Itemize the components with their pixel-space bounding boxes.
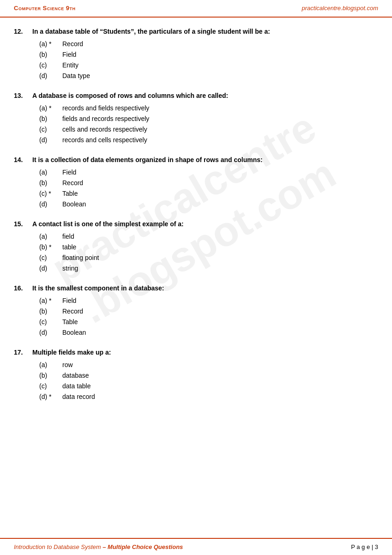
- question-line-2: 13.A database is composed of rows and co…: [14, 91, 378, 101]
- options-5: (a) *Field(b)Record(c)Table(d)Boolean: [39, 296, 378, 338]
- option-text-2-3: cells and records respectively: [62, 125, 378, 134]
- option-5-2: (b)Record: [39, 307, 378, 316]
- question-number-1: 12.: [14, 27, 32, 36]
- option-text-1-1: Record: [62, 39, 378, 49]
- option-5-4: (d)Boolean: [39, 328, 378, 338]
- option-label-3-4: (d): [39, 199, 62, 209]
- main-content: practicalcentre.blogspot.com 12.In a dat…: [0, 18, 392, 421]
- question-number-2: 13.: [14, 91, 32, 101]
- option-text-3-4: Boolean: [62, 199, 378, 209]
- option-1-4: (d)Data type: [39, 71, 378, 81]
- option-label-5-4: (d): [39, 328, 62, 338]
- options-6: (a)row(b)database(c)data table(d) *data …: [39, 360, 378, 402]
- option-text-6-2: database: [62, 371, 378, 380]
- footer-subject-plain: Introduction to Database System: [14, 543, 101, 550]
- option-label-5-1: (a) *: [39, 296, 62, 306]
- question-text-2: A database is composed of rows and colum…: [32, 91, 378, 101]
- option-label-4-3: (c): [39, 253, 62, 263]
- option-text-4-1: field: [62, 232, 378, 241]
- option-text-4-4: string: [62, 264, 378, 273]
- option-label-1-1: (a) *: [39, 39, 62, 49]
- option-text-4-3: floating point: [62, 253, 378, 263]
- option-3-2: (b)Record: [39, 178, 378, 188]
- questions-container: 12.In a database table of “Students”, th…: [14, 27, 378, 402]
- options-3: (a)Field(b)Record(c) *Table(d)Boolean: [39, 168, 378, 209]
- option-label-2-1: (a) *: [39, 103, 62, 113]
- option-text-1-4: Data type: [62, 71, 378, 81]
- option-text-5-2: Record: [62, 307, 378, 316]
- option-text-5-4: Boolean: [62, 328, 378, 338]
- question-line-3: 14.It is a collection of data elements o…: [14, 155, 378, 165]
- option-2-3: (c)cells and records respectively: [39, 125, 378, 134]
- option-text-3-2: Record: [62, 178, 378, 188]
- options-2: (a) *records and fields respectively(b)f…: [39, 103, 378, 145]
- option-text-6-1: row: [62, 360, 378, 370]
- option-label-1-4: (d): [39, 71, 62, 81]
- option-text-2-4: records and cells respectively: [62, 135, 378, 145]
- option-4-4: (d)string: [39, 264, 378, 273]
- page: Computer Science 9th practicalcentre.blo…: [0, 0, 392, 555]
- question-line-4: 15.A contact list is one of the simplest…: [14, 219, 378, 229]
- option-4-1: (a)field: [39, 232, 378, 241]
- option-text-2-1: records and fields respectively: [62, 103, 378, 113]
- option-6-2: (b)database: [39, 371, 378, 380]
- page-header: Computer Science 9th practicalcentre.blo…: [0, 0, 392, 18]
- question-line-6: 17.Multiple fields make up a:: [14, 348, 378, 357]
- question-4: 15.A contact list is one of the simplest…: [14, 219, 378, 273]
- question-text-1: In a database table of “Students”, the p…: [32, 27, 378, 36]
- option-2-4: (d)records and cells respectively: [39, 135, 378, 145]
- question-line-1: 12.In a database table of “Students”, th…: [14, 27, 378, 36]
- option-2-1: (a) *records and fields respectively: [39, 103, 378, 113]
- option-text-5-3: Table: [62, 317, 378, 327]
- option-5-3: (c)Table: [39, 317, 378, 327]
- option-label-3-1: (a): [39, 168, 62, 177]
- option-4-2: (b) *table: [39, 242, 378, 252]
- option-label-4-2: (b) *: [39, 242, 62, 252]
- option-3-1: (a)Field: [39, 168, 378, 177]
- option-1-2: (b)Field: [39, 50, 378, 60]
- question-6: 17.Multiple fields make up a:(a)row(b)da…: [14, 348, 378, 402]
- footer-page: P a g e | 3: [351, 543, 378, 552]
- header-title: Computer Science 9th: [14, 4, 76, 13]
- option-label-3-2: (b): [39, 178, 62, 188]
- options-1: (a) *Record(b)Field(c)Entity(d)Data type: [39, 39, 378, 81]
- option-4-3: (c)floating point: [39, 253, 378, 263]
- question-3: 14.It is a collection of data elements o…: [14, 155, 378, 209]
- option-text-4-2: table: [62, 242, 378, 252]
- option-6-3: (c)data table: [39, 381, 378, 391]
- question-number-6: 17.: [14, 348, 32, 357]
- option-2-2: (b)fields and records respectively: [39, 114, 378, 124]
- option-label-6-1: (a): [39, 360, 62, 370]
- option-text-1-2: Field: [62, 50, 378, 60]
- option-6-1: (a)row: [39, 360, 378, 370]
- option-label-2-2: (b): [39, 114, 62, 124]
- footer-subject-bold: – Multiple Choice Questions: [101, 543, 183, 550]
- option-1-3: (c)Entity: [39, 60, 378, 70]
- option-text-5-1: Field: [62, 296, 378, 306]
- option-label-3-3: (c) *: [39, 189, 62, 199]
- option-label-1-2: (b): [39, 50, 62, 60]
- question-number-4: 15.: [14, 219, 32, 229]
- question-text-3: It is a collection of data elements orga…: [32, 155, 378, 165]
- question-line-5: 16.It is the smallest component in a dat…: [14, 284, 378, 293]
- question-number-5: 16.: [14, 284, 32, 293]
- question-2: 13.A database is composed of rows and co…: [14, 91, 378, 145]
- option-label-4-4: (d): [39, 264, 62, 273]
- footer-subject: Introduction to Database System – Multip…: [14, 543, 183, 552]
- option-label-1-3: (c): [39, 60, 62, 70]
- option-text-3-1: Field: [62, 168, 378, 177]
- question-5: 16.It is the smallest component in a dat…: [14, 284, 378, 338]
- option-label-5-2: (b): [39, 307, 62, 316]
- options-4: (a)field(b) *table(c)floating point(d)st…: [39, 232, 378, 273]
- option-label-6-3: (c): [39, 381, 62, 391]
- question-text-5: It is the smallest component in a databa…: [32, 284, 378, 293]
- option-3-4: (d)Boolean: [39, 199, 378, 209]
- question-1: 12.In a database table of “Students”, th…: [14, 27, 378, 81]
- option-text-6-4: data record: [62, 392, 378, 402]
- question-text-6: Multiple fields make up a:: [32, 348, 378, 357]
- page-footer: Introduction to Database System – Multip…: [0, 538, 392, 555]
- option-label-2-4: (d): [39, 135, 62, 145]
- option-text-6-3: data table: [62, 381, 378, 391]
- option-text-2-2: fields and records respectively: [62, 114, 378, 124]
- option-label-4-1: (a): [39, 232, 62, 241]
